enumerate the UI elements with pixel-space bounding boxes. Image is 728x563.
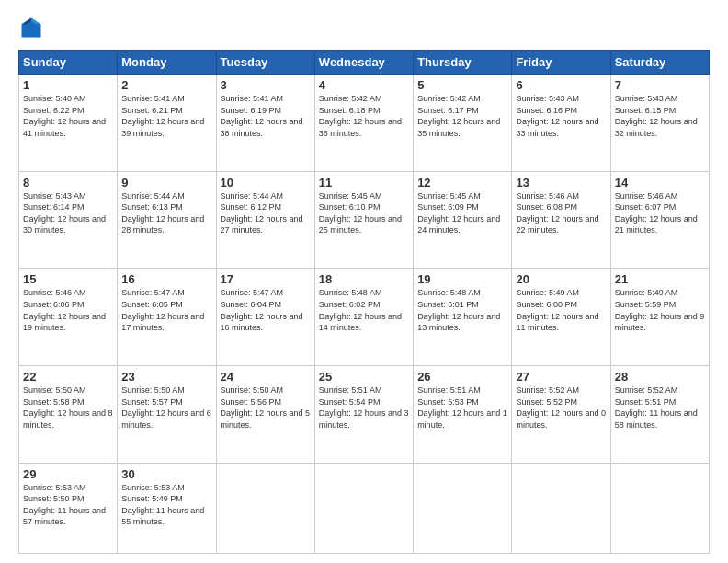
day-info: Sunrise: 5:50 AMSunset: 5:56 PMDaylight:…: [221, 385, 311, 431]
weekday-header-monday: Monday: [118, 51, 216, 75]
calendar-cell: 10Sunrise: 5:44 AMSunset: 6:12 PMDayligh…: [216, 171, 314, 269]
day-info: Sunrise: 5:41 AMSunset: 6:21 PMDaylight:…: [121, 93, 211, 139]
day-number: 23: [121, 370, 211, 384]
day-info: Sunrise: 5:52 AMSunset: 5:51 PMDaylight:…: [615, 385, 705, 431]
calendar-cell: 25Sunrise: 5:51 AMSunset: 5:54 PMDayligh…: [314, 366, 413, 464]
week-row-5: 29Sunrise: 5:53 AMSunset: 5:50 PMDayligh…: [19, 463, 710, 553]
day-info: Sunrise: 5:45 AMSunset: 6:09 PMDaylight:…: [417, 190, 507, 236]
day-number: 21: [615, 272, 705, 286]
calendar-cell: 15Sunrise: 5:46 AMSunset: 6:06 PMDayligh…: [19, 269, 118, 366]
day-info: Sunrise: 5:49 AMSunset: 5:59 PMDaylight:…: [615, 287, 705, 333]
weekday-header-saturday: Saturday: [610, 51, 709, 75]
day-info: Sunrise: 5:47 AMSunset: 6:05 PMDaylight:…: [121, 287, 211, 333]
calendar-cell: 29Sunrise: 5:53 AMSunset: 5:50 PMDayligh…: [19, 463, 118, 553]
day-info: Sunrise: 5:43 AMSunset: 6:16 PMDaylight:…: [516, 93, 606, 139]
calendar-cell: [414, 463, 512, 553]
day-number: 1: [23, 78, 113, 92]
day-info: Sunrise: 5:46 AMSunset: 6:06 PMDaylight:…: [23, 287, 113, 333]
day-info: Sunrise: 5:53 AMSunset: 5:50 PMDaylight:…: [23, 482, 113, 528]
day-info: Sunrise: 5:51 AMSunset: 5:53 PMDaylight:…: [417, 385, 507, 431]
calendar-cell: 14Sunrise: 5:46 AMSunset: 6:07 PMDayligh…: [610, 171, 709, 269]
calendar-cell: 19Sunrise: 5:48 AMSunset: 6:01 PMDayligh…: [414, 269, 512, 366]
calendar-cell: [216, 463, 314, 553]
day-info: Sunrise: 5:45 AMSunset: 6:10 PMDaylight:…: [319, 190, 409, 236]
day-info: Sunrise: 5:46 AMSunset: 6:08 PMDaylight:…: [516, 190, 606, 236]
weekday-header-friday: Friday: [512, 51, 610, 75]
day-number: 3: [221, 78, 311, 92]
calendar-cell: 7Sunrise: 5:43 AMSunset: 6:15 PMDaylight…: [610, 75, 709, 172]
day-number: 27: [516, 370, 606, 384]
day-info: Sunrise: 5:49 AMSunset: 6:00 PMDaylight:…: [516, 287, 606, 333]
day-info: Sunrise: 5:48 AMSunset: 6:01 PMDaylight:…: [417, 287, 507, 333]
calendar-cell: 8Sunrise: 5:43 AMSunset: 6:14 PMDaylight…: [19, 171, 118, 269]
calendar-cell: [610, 463, 709, 553]
weekday-header-tuesday: Tuesday: [216, 51, 314, 75]
day-number: 10: [221, 176, 311, 190]
week-row-4: 22Sunrise: 5:50 AMSunset: 5:58 PMDayligh…: [19, 366, 710, 464]
calendar-cell: 18Sunrise: 5:48 AMSunset: 6:02 PMDayligh…: [314, 269, 413, 366]
day-number: 15: [23, 272, 113, 286]
calendar-cell: 20Sunrise: 5:49 AMSunset: 6:00 PMDayligh…: [512, 269, 610, 366]
day-number: 12: [417, 176, 507, 190]
weekday-header-sunday: Sunday: [19, 51, 118, 75]
calendar-cell: [314, 463, 413, 553]
day-number: 11: [319, 176, 409, 190]
day-number: 24: [221, 370, 311, 384]
calendar-cell: 5Sunrise: 5:42 AMSunset: 6:17 PMDaylight…: [414, 75, 512, 172]
day-number: 22: [23, 370, 113, 384]
day-info: Sunrise: 5:41 AMSunset: 6:19 PMDaylight:…: [221, 93, 311, 139]
calendar-cell: 26Sunrise: 5:51 AMSunset: 5:53 PMDayligh…: [414, 366, 512, 464]
logo-icon: [18, 15, 44, 40]
day-number: 6: [516, 78, 606, 92]
calendar-cell: 1Sunrise: 5:40 AMSunset: 6:22 PMDaylight…: [19, 75, 118, 172]
week-row-3: 15Sunrise: 5:46 AMSunset: 6:06 PMDayligh…: [19, 269, 710, 366]
week-row-2: 8Sunrise: 5:43 AMSunset: 6:14 PMDaylight…: [19, 171, 710, 269]
calendar-cell: 28Sunrise: 5:52 AMSunset: 5:51 PMDayligh…: [610, 366, 709, 464]
day-info: Sunrise: 5:53 AMSunset: 5:49 PMDaylight:…: [121, 482, 211, 528]
calendar-cell: 3Sunrise: 5:41 AMSunset: 6:19 PMDaylight…: [216, 75, 314, 172]
calendar-cell: 9Sunrise: 5:44 AMSunset: 6:13 PMDaylight…: [118, 171, 216, 269]
day-number: 30: [121, 467, 211, 481]
day-number: 17: [221, 272, 311, 286]
calendar-cell: [512, 463, 610, 553]
day-info: Sunrise: 5:44 AMSunset: 6:13 PMDaylight:…: [121, 190, 211, 236]
day-info: Sunrise: 5:50 AMSunset: 5:58 PMDaylight:…: [23, 385, 113, 431]
header: [18, 15, 710, 40]
day-info: Sunrise: 5:52 AMSunset: 5:52 PMDaylight:…: [516, 385, 606, 431]
day-info: Sunrise: 5:50 AMSunset: 5:57 PMDaylight:…: [121, 385, 211, 431]
day-number: 29: [23, 467, 113, 481]
day-number: 25: [319, 370, 409, 384]
day-number: 5: [417, 78, 507, 92]
day-info: Sunrise: 5:42 AMSunset: 6:17 PMDaylight:…: [417, 93, 507, 139]
day-number: 26: [417, 370, 507, 384]
day-info: Sunrise: 5:43 AMSunset: 6:15 PMDaylight:…: [615, 93, 705, 139]
day-info: Sunrise: 5:46 AMSunset: 6:07 PMDaylight:…: [615, 190, 705, 236]
day-number: 20: [516, 272, 606, 286]
day-info: Sunrise: 5:40 AMSunset: 6:22 PMDaylight:…: [23, 93, 113, 139]
day-number: 28: [615, 370, 705, 384]
day-number: 8: [23, 176, 113, 190]
calendar-cell: 11Sunrise: 5:45 AMSunset: 6:10 PMDayligh…: [314, 171, 413, 269]
day-number: 4: [319, 78, 409, 92]
day-number: 19: [417, 272, 507, 286]
logo: [18, 15, 48, 40]
calendar-cell: 17Sunrise: 5:47 AMSunset: 6:04 PMDayligh…: [216, 269, 314, 366]
calendar-cell: 22Sunrise: 5:50 AMSunset: 5:58 PMDayligh…: [19, 366, 118, 464]
calendar-cell: 23Sunrise: 5:50 AMSunset: 5:57 PMDayligh…: [118, 366, 216, 464]
day-number: 14: [615, 176, 705, 190]
day-info: Sunrise: 5:47 AMSunset: 6:04 PMDaylight:…: [221, 287, 311, 333]
calendar-cell: 21Sunrise: 5:49 AMSunset: 5:59 PMDayligh…: [610, 269, 709, 366]
weekday-header-row: SundayMondayTuesdayWednesdayThursdayFrid…: [19, 51, 710, 75]
day-number: 2: [121, 78, 211, 92]
day-info: Sunrise: 5:51 AMSunset: 5:54 PMDaylight:…: [319, 385, 409, 431]
day-info: Sunrise: 5:48 AMSunset: 6:02 PMDaylight:…: [319, 287, 409, 333]
calendar-cell: 30Sunrise: 5:53 AMSunset: 5:49 PMDayligh…: [118, 463, 216, 553]
day-info: Sunrise: 5:44 AMSunset: 6:12 PMDaylight:…: [221, 190, 311, 236]
calendar-cell: 16Sunrise: 5:47 AMSunset: 6:05 PMDayligh…: [118, 269, 216, 366]
day-number: 9: [121, 176, 211, 190]
day-number: 13: [516, 176, 606, 190]
calendar-table: SundayMondayTuesdayWednesdayThursdayFrid…: [18, 50, 710, 554]
day-info: Sunrise: 5:43 AMSunset: 6:14 PMDaylight:…: [23, 190, 113, 236]
calendar-cell: 13Sunrise: 5:46 AMSunset: 6:08 PMDayligh…: [512, 171, 610, 269]
calendar-cell: 12Sunrise: 5:45 AMSunset: 6:09 PMDayligh…: [414, 171, 512, 269]
